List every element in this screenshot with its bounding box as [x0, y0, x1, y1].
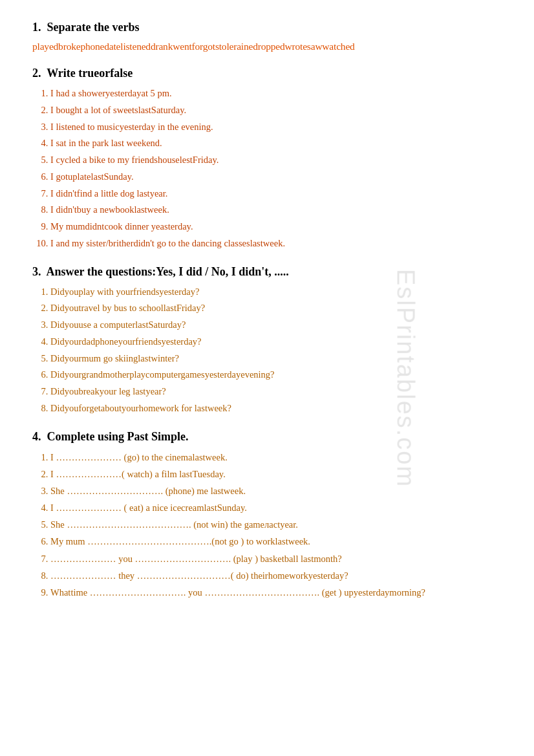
verb-list: playedbrokephonedatelisteneddrankwentfor… — [32, 41, 502, 52]
list-item: She …………………………. (phone) me lastweek. — [50, 484, 502, 499]
section-1: 1. Separate the verbs playedbrokephoneda… — [32, 21, 502, 52]
list-item: ………………… they …………………………( do) theirhomewo… — [50, 568, 502, 583]
list-item: ………………… you …………………………. (play ) basketba… — [50, 552, 502, 567]
list-item: My mum ………………………………….(not go ) to workla… — [50, 534, 502, 549]
list-item: Didyoutravel by bus to schoollastFriday? — [50, 301, 502, 316]
list-item: I didn'tbuy a newbooklastweek. — [50, 203, 502, 217]
list-item: Didyouplay with yourfriendsyesterday? — [50, 285, 502, 299]
list-item: Whattime …………………………. you ………………………………. (… — [50, 585, 502, 600]
list-item: She …………………………………. (not win) the gameлас… — [50, 517, 502, 532]
section-2-list: I had a showeryesterdayat 5 pm. I bought… — [44, 87, 502, 251]
section-2-number: 2. — [32, 67, 41, 80]
list-item: I listened to musicyesterday in the even… — [50, 120, 502, 135]
section-4: 4. Complete using Past Simple. I …………………… — [32, 430, 502, 601]
list-item: Didyourdadphoneyourfriendsyesterday? — [50, 335, 502, 349]
section-3-heading: Answer the questions:Yes, I did / No, I … — [47, 265, 289, 278]
section-1-number: 1. — [32, 21, 41, 34]
section-4-heading: Complete using Past Simple. — [47, 430, 189, 443]
list-item: Didyouforgetaboutyourhomework for lastwe… — [50, 402, 502, 416]
section-3-number: 3. — [32, 265, 41, 278]
list-item: I ………………… ( eat) a nice icecreamlastSund… — [50, 501, 502, 515]
list-item: I bought a lot of sweetslastSaturday. — [50, 103, 502, 118]
section-2-title: 2. Write trueorfalse — [32, 67, 502, 80]
list-item: Didyouuse a computerlastSaturday? — [50, 318, 502, 332]
list-item: Didyoubreakyour leg lastyear? — [50, 385, 502, 399]
section-3-title: 3. Answer the questions:Yes, I did / No,… — [32, 265, 502, 279]
section-4-list: I ………………… (go) to the cinemalastweek. I … — [44, 450, 502, 601]
section-4-title: 4. Complete using Past Simple. — [32, 430, 502, 444]
list-item: I didn'tfind a little dog lastyear. — [50, 187, 502, 201]
list-item: I sat in the park last weekend. — [50, 136, 502, 151]
section-1-title: 1. Separate the verbs — [32, 21, 502, 34]
section-2: 2. Write trueorfalse I had a showeryeste… — [32, 67, 502, 251]
list-item: I …………………( watch) a film lastTuesday. — [50, 467, 502, 482]
list-item: Didyourmum go skiinglastwinter? — [50, 352, 502, 366]
list-item: I and my sister/britherdidn't go to the … — [50, 237, 502, 251]
section-2-heading: Write trueorfalse — [47, 67, 133, 80]
section-3-list: Didyouplay with yourfriendsyesterday? Di… — [44, 285, 502, 416]
list-item: I gotuplatelastSunday. — [50, 170, 502, 184]
section-1-heading: Separate the verbs — [47, 21, 140, 34]
list-item: I ………………… (go) to the cinemalastweek. — [50, 450, 502, 465]
list-item: I had a showeryesterdayat 5 pm. — [50, 87, 502, 101]
section-4-number: 4. — [32, 430, 41, 443]
list-item: I cycled a bike to my friendshouselestFr… — [50, 153, 502, 167]
section-3: 3. Answer the questions:Yes, I did / No,… — [32, 265, 502, 416]
list-item: My mumdidntcook dinner yeasterday. — [50, 220, 502, 234]
list-item: Didyourgrandmotherplaycomputergamesyeste… — [50, 368, 502, 382]
